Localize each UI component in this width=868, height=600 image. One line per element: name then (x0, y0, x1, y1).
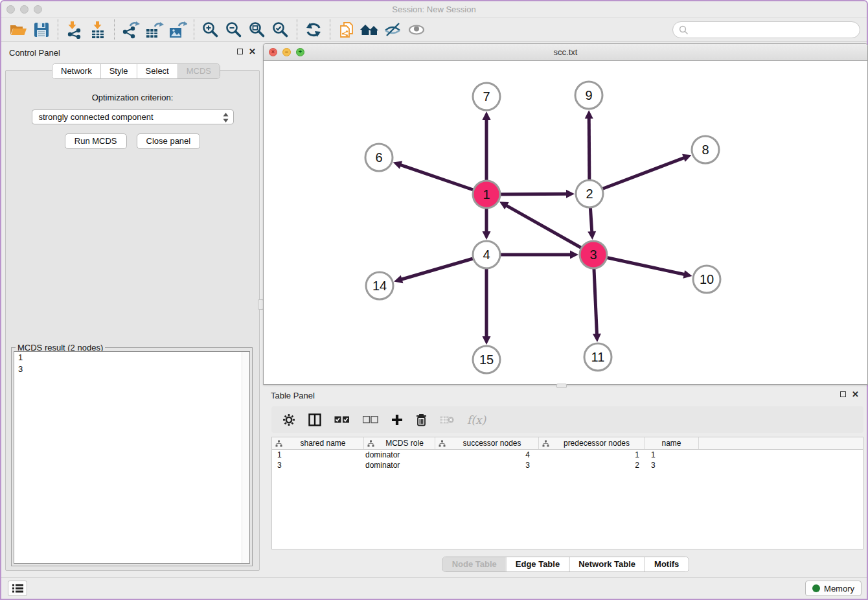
float-table-panel-icon[interactable] (840, 391, 846, 397)
graph-edge-arrow (483, 336, 491, 345)
clone-network-button[interactable] (335, 19, 358, 41)
tab-edge-table[interactable]: Edge Table (506, 557, 569, 571)
deselect-all-columns-button[interactable] (363, 416, 378, 424)
table-cell[interactable]: 2 (539, 461, 645, 470)
graph-edge-2-8[interactable] (589, 157, 685, 194)
zoom-out-icon (225, 21, 243, 39)
show-details-button[interactable] (405, 19, 428, 41)
table-cell[interactable]: dominator (364, 461, 435, 470)
control-panel: Control Panel ✕ NetworkStyleSelectMCDS O… (3, 43, 262, 572)
graph-node-14[interactable]: 14 (366, 272, 393, 299)
task-history-button[interactable] (8, 581, 27, 596)
mcds-result-box: MCDS result (2 nodes) 13 (11, 347, 253, 566)
zoom-selected-button[interactable] (269, 19, 292, 41)
status-bar: Memory (1, 577, 867, 599)
save-session-button[interactable] (30, 19, 53, 41)
tab-network-table[interactable]: Network Table (569, 557, 645, 571)
add-column-button[interactable] (391, 414, 403, 426)
toolbar-separator (58, 19, 58, 40)
table-cell[interactable]: dominator (364, 450, 435, 459)
table-panel: Table Panel ✕ (263, 387, 868, 578)
table-header-row: shared nameMCDS rolesuccessor nodesprede… (272, 437, 863, 450)
network-graph[interactable]: 1234678910111415 (264, 61, 867, 384)
graph-edge-3-1[interactable] (506, 205, 593, 255)
table-row[interactable]: 3dominator323 (272, 460, 863, 470)
toolbar-separator (194, 19, 194, 40)
column-header-successor-nodes[interactable]: successor nodes (435, 437, 539, 449)
mcds-result-item[interactable]: 3 (14, 363, 249, 375)
result-scrollbar[interactable] (242, 352, 249, 563)
mcds-result-list[interactable]: 13 (14, 351, 250, 564)
hide-details-button[interactable] (382, 19, 405, 41)
delete-column-button[interactable] (416, 413, 427, 426)
close-panel-icon[interactable]: ✕ (249, 49, 256, 54)
graph-node-15[interactable]: 15 (473, 346, 500, 373)
export-table-button[interactable] (143, 19, 166, 41)
delete-table-button[interactable] (440, 415, 454, 424)
select-all-columns-button[interactable] (334, 416, 350, 424)
tab-style[interactable]: Style (100, 64, 137, 78)
table-cell[interactable]: 1 (645, 450, 699, 459)
zoom-fit-button[interactable] (246, 19, 269, 41)
table-cell[interactable]: 3 (435, 461, 539, 470)
function-builder-button[interactable]: f(x) (467, 413, 486, 426)
svg-text:15: 15 (479, 352, 494, 367)
graph-node-7[interactable]: 7 (473, 83, 500, 110)
float-panel-icon[interactable] (237, 49, 243, 54)
network-window-titlebar[interactable]: × − + scc.txt (264, 44, 867, 61)
criterion-select[interactable]: strongly connected component (32, 110, 234, 124)
graph-edge-arrow (566, 190, 575, 198)
search-input[interactable] (672, 21, 860, 38)
column-header-shared-name[interactable]: shared name (272, 437, 364, 449)
table-cell[interactable]: 3 (645, 461, 699, 470)
table-tabs: Node TableEdge TableNetwork TableMotifs (442, 557, 689, 572)
tab-network[interactable]: Network (52, 64, 100, 78)
run-mcds-button[interactable]: Run MCDS (65, 133, 127, 149)
criterion-value: strongly connected component (39, 112, 154, 122)
graph-node-2[interactable]: 2 (576, 180, 603, 207)
tab-node-table[interactable]: Node Table (443, 557, 506, 571)
table-row[interactable]: 1dominator411 (272, 450, 863, 460)
tab-select[interactable]: Select (137, 64, 177, 78)
table-cell[interactable]: 3 (272, 461, 364, 470)
table-cell[interactable]: 1 (539, 450, 645, 459)
graph-edge-arrow (394, 275, 403, 283)
column-header-MCDS-role[interactable]: MCDS role (364, 437, 435, 449)
column-header-predecessor-nodes[interactable]: predecessor nodes (539, 437, 645, 449)
export-image-button[interactable] (166, 19, 189, 41)
graph-node-6[interactable]: 6 (365, 144, 393, 171)
graph-node-8[interactable]: 8 (692, 136, 719, 163)
graph-edge-arrow (585, 110, 593, 119)
open-session-button[interactable] (6, 19, 30, 41)
home-layout-button[interactable] (358, 19, 382, 41)
mcds-result-item[interactable]: 1 (14, 352, 249, 363)
column-header-name[interactable]: name (645, 437, 699, 449)
graph-node-9[interactable]: 9 (575, 82, 602, 109)
table-cell[interactable]: 1 (272, 450, 364, 459)
tab-mcds[interactable]: MCDS (177, 64, 220, 78)
node-table: shared nameMCDS rolesuccessor nodesprede… (271, 437, 863, 549)
graph-node-4[interactable]: 4 (473, 241, 500, 268)
delete-table-icon (440, 415, 454, 424)
close-table-panel-icon[interactable]: ✕ (852, 391, 859, 397)
network-canvas[interactable]: 1234678910111415 (264, 61, 867, 384)
control-panel-tabs: NetworkStyleSelectMCDS (52, 63, 220, 79)
show-columns-button[interactable] (308, 413, 321, 426)
tab-motifs[interactable]: Motifs (645, 557, 688, 571)
graph-node-11[interactable]: 11 (584, 343, 611, 371)
export-network-button[interactable] (119, 19, 143, 41)
table-settings-button[interactable] (282, 413, 295, 426)
table-cell[interactable]: 4 (435, 450, 539, 459)
export-network-icon (122, 21, 140, 39)
table-panel-title: Table Panel (271, 391, 315, 400)
apply-style-button[interactable] (302, 19, 325, 41)
import-table-button[interactable] (86, 19, 109, 41)
graph-node-1[interactable]: 1 (473, 181, 500, 208)
close-panel-button[interactable]: Close panel (137, 133, 201, 149)
zoom-out-button[interactable] (222, 19, 246, 41)
memory-button[interactable]: Memory (805, 581, 862, 596)
zoom-in-button[interactable] (199, 19, 222, 41)
graph-node-10[interactable]: 10 (693, 266, 720, 293)
graph-node-3[interactable]: 3 (580, 241, 607, 268)
import-network-button[interactable] (63, 19, 86, 41)
